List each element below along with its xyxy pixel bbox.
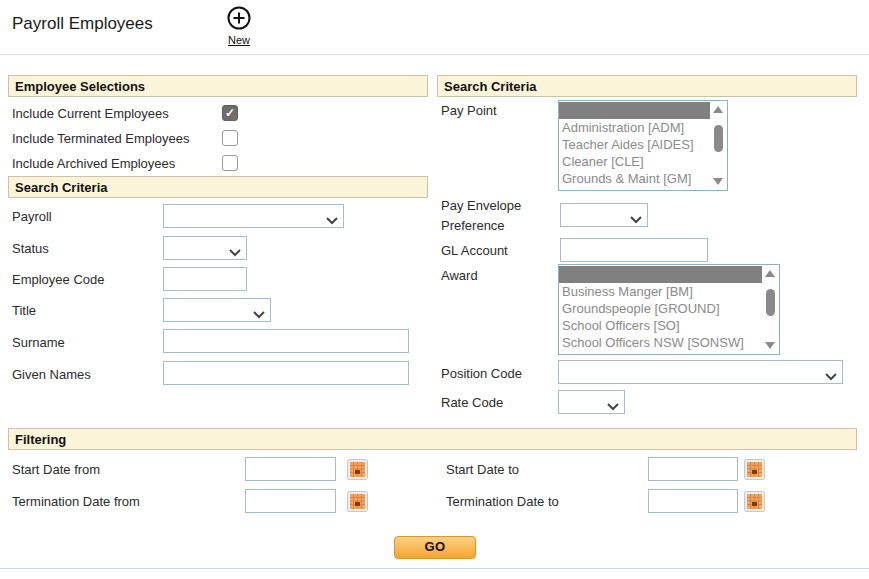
new-button[interactable]: New xyxy=(214,5,264,46)
list-item[interactable] xyxy=(559,102,710,119)
list-item[interactable]: Teacher Aides [AIDES] xyxy=(559,136,710,153)
include-current-label: Include Current Employees xyxy=(12,106,169,121)
pay-envelope-preference-label: Pay Envelope Preference xyxy=(441,196,553,236)
list-item[interactable] xyxy=(559,266,762,283)
rate-code-label: Rate Code xyxy=(441,395,503,410)
termination-date-to-input[interactable] xyxy=(648,489,738,513)
employee-code-label: Employee Code xyxy=(12,272,105,287)
list-item[interactable]: Grounds & Maint [GM] xyxy=(559,170,710,187)
start-date-to-label: Start Date to xyxy=(446,462,519,477)
new-button-label: New xyxy=(214,34,264,46)
scroll-up-icon[interactable] xyxy=(765,270,775,277)
surname-input[interactable] xyxy=(163,329,409,353)
list-item[interactable]: School Officers NSW [SONSW] xyxy=(559,334,762,351)
payroll-select[interactable] xyxy=(163,204,344,228)
include-archived-label: Include Archived Employees xyxy=(12,156,175,171)
footer-divider xyxy=(0,568,869,569)
list-item[interactable]: Cleaner [CLE] xyxy=(559,153,710,170)
pay-point-options: Administration [ADM] Teacher Aides [AIDE… xyxy=(559,101,710,190)
award-label: Award xyxy=(441,268,478,283)
award-scrollbar[interactable] xyxy=(762,265,779,354)
plus-circle-icon xyxy=(226,19,252,34)
include-terminated-checkbox[interactable] xyxy=(222,130,238,146)
gl-account-label: GL Account xyxy=(441,243,508,258)
employee-selections-header: Employee Selections xyxy=(8,75,428,97)
award-listbox[interactable]: Business Manger [BM] Groundspeople [GROU… xyxy=(558,264,780,355)
scroll-down-icon[interactable] xyxy=(713,178,723,185)
list-item[interactable]: School Officers [SO] xyxy=(559,317,762,334)
include-archived-checkbox[interactable] xyxy=(222,155,238,171)
page-title: Payroll Employees xyxy=(12,14,153,34)
search-criteria-right-header: Search Criteria xyxy=(437,75,857,97)
position-code-select[interactable] xyxy=(558,360,843,384)
start-date-from-input[interactable] xyxy=(245,457,336,481)
title-field-label: Title xyxy=(12,303,36,318)
calendar-icon[interactable] xyxy=(744,491,765,512)
gl-account-input[interactable] xyxy=(560,238,708,262)
calendar-icon[interactable] xyxy=(347,491,368,512)
termination-date-from-label: Termination Date from xyxy=(12,494,140,509)
pay-point-label: Pay Point xyxy=(441,103,497,118)
pay-point-listbox[interactable]: Administration [ADM] Teacher Aides [AIDE… xyxy=(558,100,728,191)
scroll-down-icon[interactable] xyxy=(765,342,775,349)
go-button[interactable]: GO xyxy=(394,536,476,559)
employee-code-input[interactable] xyxy=(163,267,247,291)
include-current-checkbox[interactable] xyxy=(222,105,238,121)
start-date-from-label: Start Date from xyxy=(12,462,100,477)
status-select[interactable] xyxy=(163,236,247,260)
calendar-icon[interactable] xyxy=(347,459,368,480)
termination-date-from-input[interactable] xyxy=(245,489,336,513)
payroll-label: Payroll xyxy=(12,209,52,224)
filtering-header: Filtering xyxy=(8,428,857,450)
pay-point-scrollbar[interactable] xyxy=(710,101,727,190)
chevron-down-icon xyxy=(607,399,619,414)
pay-envelope-preference-select[interactable] xyxy=(560,203,648,227)
award-options: Business Manger [BM] Groundspeople [GROU… xyxy=(559,265,762,354)
list-item[interactable]: Groundspeople [GROUND] xyxy=(559,300,762,317)
list-item[interactable]: Business Manger [BM] xyxy=(559,283,762,300)
calendar-icon[interactable] xyxy=(744,459,765,480)
chevron-down-icon xyxy=(825,369,837,384)
list-item[interactable]: Administration [ADM] xyxy=(559,119,710,136)
chevron-down-icon xyxy=(253,307,265,322)
scroll-up-icon[interactable] xyxy=(713,106,723,113)
status-label: Status xyxy=(12,241,49,256)
given-names-input[interactable] xyxy=(163,361,409,385)
termination-date-to-label: Termination Date to xyxy=(446,494,559,509)
payroll-employees-page: Payroll Employees New Employee Selection… xyxy=(0,0,869,579)
rate-code-select[interactable] xyxy=(558,390,625,414)
given-names-label: Given Names xyxy=(12,367,91,382)
surname-label: Surname xyxy=(12,335,65,350)
search-criteria-left-header: Search Criteria xyxy=(8,176,428,198)
scrollbar-thumb[interactable] xyxy=(714,125,723,152)
include-terminated-label: Include Terminated Employees xyxy=(12,131,190,146)
header-divider xyxy=(0,54,869,55)
chevron-down-icon xyxy=(630,212,642,227)
chevron-down-icon xyxy=(326,213,338,228)
scrollbar-thumb[interactable] xyxy=(766,289,775,316)
chevron-down-icon xyxy=(229,245,241,260)
title-select[interactable] xyxy=(163,298,271,322)
position-code-label: Position Code xyxy=(441,366,522,381)
start-date-to-input[interactable] xyxy=(648,457,738,481)
